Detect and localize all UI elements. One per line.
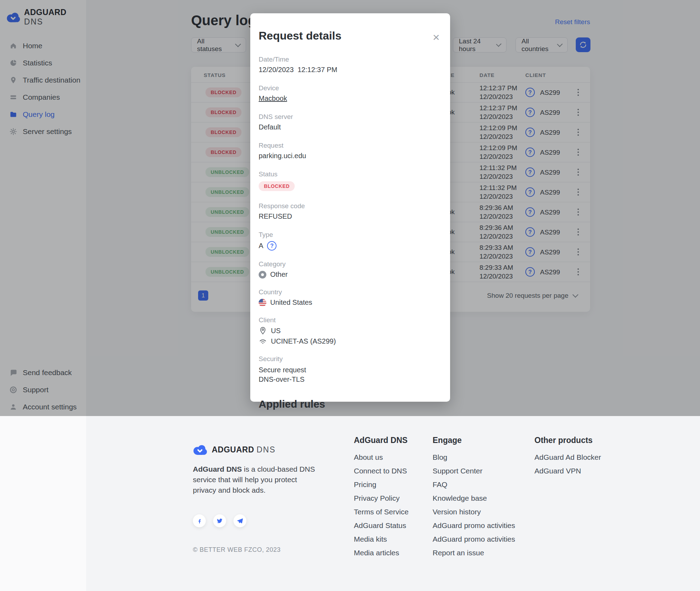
field-country: Country United States [259, 288, 442, 307]
footer-link[interactable]: Report an issue [433, 549, 515, 556]
field-category: Category Other [259, 260, 442, 279]
footer-link[interactable]: Privacy Policy [354, 494, 408, 502]
footer-link[interactable]: Blog [433, 453, 515, 461]
facebook-link[interactable] [193, 514, 206, 527]
field-client: Client US UCINET-AS (AS299) [259, 316, 442, 345]
telegram-icon [237, 518, 243, 524]
footer-column-adguard-dns: AdGuard DNS About usConnect to DNSPricin… [354, 436, 408, 563]
footer-logo-text: ADGUARD DNS [212, 445, 276, 455]
us-flag-icon [259, 299, 266, 307]
footer-link[interactable]: AdGuard VPN [534, 467, 601, 474]
footer-column-other-products: Other products AdGuard Ad BlockerAdGuard… [534, 436, 601, 481]
field-datetime: Date/Time 12/20/2023 12:12:37 PM [259, 55, 442, 75]
footer-link[interactable]: AdGuard promo activities [433, 535, 515, 543]
footer-link[interactable]: Terms of Service [354, 508, 408, 515]
field-security: Security Secure request DNS-over-TLS [259, 355, 442, 384]
category-other-icon [259, 271, 266, 279]
field-response-code: Response code REFUSED [259, 202, 442, 221]
footer-links: AdGuard Ad BlockerAdGuard VPN [534, 453, 601, 474]
footer-links: BlogSupport CenterFAQKnowledge baseVersi… [433, 453, 515, 556]
field-status: Status BLOCKED [259, 170, 442, 191]
telegram-link[interactable] [233, 514, 246, 527]
query-log-page: Query log Reset filters All statuses Las… [0, 0, 700, 416]
type-help-icon[interactable]: ? [267, 241, 276, 251]
footer-link[interactable]: Version history [433, 508, 515, 515]
footer-link[interactable]: Media articles [354, 549, 408, 556]
field-dns-server: DNS server Default [259, 113, 442, 132]
client-country-code: US [271, 327, 281, 335]
client-network: UCINET-AS (AS299) [271, 337, 336, 345]
twitter-link[interactable] [213, 514, 226, 527]
field-device: Device Macbook [259, 84, 442, 103]
footer-link[interactable]: FAQ [433, 481, 515, 488]
category-value: Other [270, 270, 288, 279]
footer-link[interactable]: Support Center [433, 467, 515, 474]
modal-title: Request details [259, 29, 442, 42]
footer-column-engage: Engage BlogSupport CenterFAQKnowledge ba… [433, 436, 515, 563]
status-badge: BLOCKED [259, 181, 295, 191]
footer-link[interactable]: Media kits [354, 535, 408, 543]
footer-link[interactable]: About us [354, 453, 408, 461]
footer-description: AdGuard DNS is a cloud-based DNS service… [193, 464, 319, 495]
footer-link[interactable]: AdGuard Status [354, 522, 408, 529]
field-type: Type A ? [259, 231, 442, 251]
copyright-text: © BETTER WEB FZCO, 2023 [193, 546, 281, 554]
footer-link[interactable]: Connect to DNS [354, 467, 408, 474]
footer-sidebar-strip [0, 416, 86, 591]
footer-link[interactable]: Knowledge base [433, 494, 515, 502]
location-pin-icon [259, 326, 267, 335]
request-details-modal: Request details × Date/Time 12/20/2023 1… [250, 13, 450, 402]
cloud-logo-icon [193, 444, 208, 455]
applied-rules-heading: Applied rules [259, 398, 442, 410]
wifi-icon [259, 337, 267, 345]
close-icon[interactable]: × [433, 33, 440, 41]
footer-link[interactable]: AdGuard Ad Blocker [534, 453, 601, 461]
footer-adguard-dns-logo[interactable]: ADGUARD DNS [193, 444, 276, 455]
footer-links: About usConnect to DNSPricingPrivacy Pol… [354, 453, 408, 556]
type-value: A [259, 242, 263, 250]
field-request: Request parking.uci.edu [259, 141, 442, 161]
country-value: United States [270, 298, 312, 307]
footer-link[interactable]: AdGuard promo activities [433, 522, 515, 529]
social-links [193, 514, 246, 527]
twitter-icon [216, 518, 223, 524]
device-link[interactable]: Macbook [259, 94, 287, 103]
footer-link[interactable]: Pricing [354, 481, 408, 488]
facebook-icon [196, 518, 203, 524]
